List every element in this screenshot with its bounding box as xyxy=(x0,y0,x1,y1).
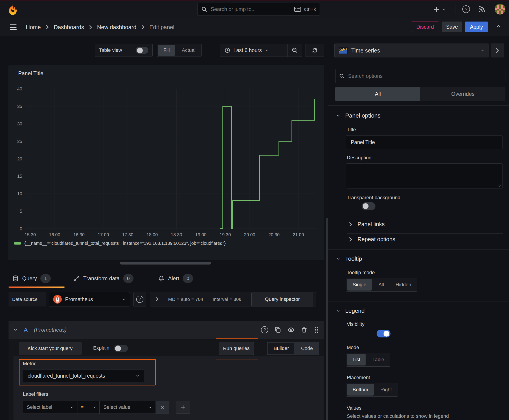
bell-icon xyxy=(158,275,165,282)
repeat-options-header[interactable]: Repeat options xyxy=(349,236,395,242)
svg-text:18:30: 18:30 xyxy=(171,232,182,237)
builder-mode-option[interactable]: Builder xyxy=(268,343,294,354)
avatar[interactable] xyxy=(495,4,505,15)
chevron-right-icon[interactable] xyxy=(156,297,159,301)
tab-overrides[interactable]: Overrides xyxy=(420,87,505,101)
tooltip-header[interactable]: Tooltip xyxy=(336,255,362,262)
tab-query[interactable]: Query 1 xyxy=(12,269,51,288)
remove-filter-button[interactable] xyxy=(156,401,169,414)
tab-transform[interactable]: Transform data 0 xyxy=(73,269,134,288)
vertical-scrollbar[interactable] xyxy=(326,218,328,420)
save-button[interactable]: Save xyxy=(442,22,462,32)
placement-bottom-option[interactable]: Bottom xyxy=(347,384,374,396)
placement-right-option[interactable]: Right xyxy=(375,384,398,396)
toggle-options-pane-button[interactable] xyxy=(491,44,504,57)
svg-text:20:30: 20:30 xyxy=(268,232,280,237)
panel-links-header[interactable]: Panel links xyxy=(349,221,385,227)
refresh-button[interactable] xyxy=(305,44,324,57)
tab-all[interactable]: All xyxy=(335,87,420,101)
actual-option[interactable]: Actual xyxy=(176,45,201,56)
discard-button[interactable]: Discard xyxy=(411,22,439,32)
legend-title: Legend xyxy=(345,307,365,314)
database-icon xyxy=(12,275,19,282)
legend-table-option[interactable]: Table xyxy=(366,354,390,366)
operator-dropdown[interactable]: = xyxy=(77,401,100,414)
chart-svg: 051015202530354015:3016:0016:3017:0017:3… xyxy=(13,83,323,240)
fill-option[interactable]: Fill xyxy=(158,45,175,56)
panel-title-input[interactable] xyxy=(346,135,502,149)
news-rss-icon[interactable] xyxy=(478,5,486,14)
options-search[interactable] xyxy=(335,69,505,83)
zoom-out-icon[interactable] xyxy=(288,44,302,57)
section-divider xyxy=(328,301,509,302)
legend-list-option[interactable]: List xyxy=(347,354,365,366)
time-range-picker[interactable]: Last 6 hours xyxy=(220,47,288,53)
max-datapoints-stat: MD = auto = 704 xyxy=(168,297,203,302)
svg-text:19:00: 19:00 xyxy=(195,232,206,237)
table-view-control: Table view xyxy=(95,44,153,57)
eye-icon[interactable] xyxy=(288,326,295,333)
collapse-header-icon[interactable] xyxy=(495,24,502,29)
legend-visibility-toggle[interactable] xyxy=(377,330,390,338)
topnav-divider xyxy=(456,5,456,14)
refresh-icon xyxy=(312,47,318,53)
options-search-input[interactable] xyxy=(348,73,501,79)
kick-start-button[interactable]: Kick start your query xyxy=(19,342,82,355)
query-row-header[interactable]: A (Prometheus) ? xyxy=(8,321,324,339)
menu-icon[interactable] xyxy=(9,24,17,30)
query-inspector-button[interactable]: Query inspector xyxy=(251,292,313,307)
table-view-toggle[interactable] xyxy=(136,47,148,54)
svg-text:17:00: 17:00 xyxy=(98,232,109,237)
svg-text:0: 0 xyxy=(20,226,22,231)
tooltip-hidden-option[interactable]: Hidden xyxy=(390,279,417,291)
duplicate-icon[interactable] xyxy=(274,326,281,333)
apply-button[interactable]: Apply xyxy=(465,22,488,32)
chevron-down-icon xyxy=(93,406,96,409)
tooltip-single-option[interactable]: Single xyxy=(347,279,372,291)
window-edge xyxy=(0,0,509,1)
breadcrumb-new-dashboard[interactable]: New dashboard xyxy=(97,24,137,30)
query-help-icon[interactable]: ? xyxy=(261,326,268,333)
datasource-help-button[interactable]: ? xyxy=(133,292,146,307)
breadcrumb-home[interactable]: Home xyxy=(26,24,41,30)
global-search[interactable]: ctrl+k xyxy=(198,3,320,16)
add-filter-button[interactable] xyxy=(176,401,190,414)
metric-select[interactable]: cloudflared_tunnel_total_requests xyxy=(23,369,144,382)
panel-resize-handle[interactable] xyxy=(120,262,211,264)
grafana-logo-icon[interactable] xyxy=(7,3,19,15)
panel-options-header[interactable]: Panel options xyxy=(336,112,381,119)
values-label: Values xyxy=(347,405,362,411)
tooltip-all-option[interactable]: All xyxy=(372,279,390,291)
resize-corner-icon[interactable] xyxy=(497,184,501,187)
new-menu[interactable] xyxy=(433,5,446,14)
datasource-picker[interactable]: Prometheus xyxy=(49,292,130,307)
transparent-bg-toggle[interactable] xyxy=(362,202,375,210)
code-mode-option[interactable]: Code xyxy=(295,343,319,354)
svg-text:10: 10 xyxy=(17,191,22,196)
legend-header[interactable]: Legend xyxy=(336,307,365,314)
svg-text:16:30: 16:30 xyxy=(73,232,85,237)
chevron-right-icon xyxy=(349,237,352,242)
chevron-right-icon xyxy=(349,222,352,227)
search-input[interactable] xyxy=(210,6,291,13)
explain-toggle[interactable] xyxy=(114,345,128,352)
svg-text:16:00: 16:00 xyxy=(49,232,60,237)
visibility-label: Visibility xyxy=(347,321,365,327)
legend-swatch[interactable] xyxy=(14,242,21,245)
repeat-options-label: Repeat options xyxy=(357,236,395,242)
tab-transform-count: 0 xyxy=(123,274,134,283)
run-queries-button[interactable]: Run queries xyxy=(219,342,254,355)
tab-alert[interactable]: Alert 0 xyxy=(158,269,193,288)
visualization-picker[interactable]: Time series xyxy=(334,44,489,57)
select-value-dropdown[interactable]: Select value xyxy=(100,401,156,414)
title-field-label: Title xyxy=(347,127,356,133)
trash-icon[interactable] xyxy=(301,326,307,333)
select-label-dropdown[interactable]: Select label xyxy=(23,401,77,414)
breadcrumb-dashboards[interactable]: Dashboards xyxy=(54,24,84,30)
legend-series-label[interactable]: {__name__="cloudflared_tunnel_total_requ… xyxy=(24,241,226,246)
help-icon[interactable]: ? xyxy=(462,5,470,13)
drag-handle-icon[interactable] xyxy=(313,326,319,334)
panel-title[interactable]: Panel Title xyxy=(18,70,43,76)
description-textarea[interactable] xyxy=(346,163,502,188)
transform-icon xyxy=(73,275,80,282)
